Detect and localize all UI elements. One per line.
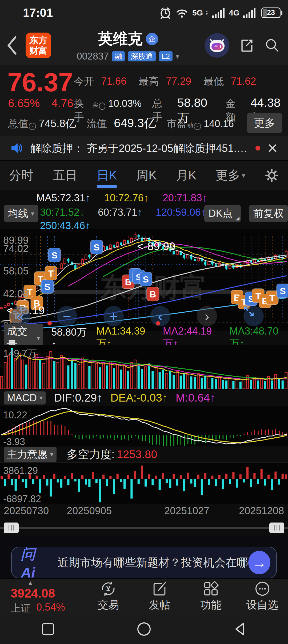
scrollbar-right-handle[interactable] [269,523,284,533]
back-icon[interactable] [6,35,18,56]
quote-row-1: 今开 71.66 最高 77.29 最低 71.62 [74,74,256,88]
svg-text:S: S [44,282,50,292]
nav-features[interactable]: 功能 [185,579,237,614]
zoom-out-button[interactable]: − [57,306,77,326]
svg-text:T: T [48,268,54,278]
features-grid-icon [203,580,219,597]
svg-text:<-89.99: <-89.99 [137,240,175,253]
date-label: 20250905 [67,505,112,517]
ai-zone: 问Ai 近期市场有哪些新题材？投资机会在哪？ → [0,536,288,578]
collapse-arrow-icon: ▲ [27,579,34,587]
svg-text:S: S [51,250,58,260]
back-triangle-icon [233,622,247,636]
tab-weekly-k[interactable]: 周K [136,164,157,186]
nav-trade[interactable]: ¥ 交易 [83,579,134,614]
android-recents-button[interactable] [0,614,96,644]
force-label: 多空力度: [67,447,115,462]
margin-tag: 融 [112,51,125,61]
l2-tag[interactable]: L2 [159,51,173,61]
chart-tabs: 分时 五日 日K 周K 月K 更多 ▾ [0,161,288,190]
price-change: 6.65% 4.76 [8,97,73,110]
svg-text:S: S [94,242,100,252]
volume-chart[interactable]: 149.7万 [0,345,288,390]
forward-adjust-button[interactable]: 前复权 [249,205,288,222]
ai-assistant-icon[interactable] [205,33,229,58]
ma60-value: 60:73.71↑ [98,207,142,218]
prev-button[interactable]: ‹ [150,306,170,326]
tab-5day[interactable]: 五日 [53,164,77,186]
tab-monthly-k[interactable]: 月K [176,164,197,186]
ask-ai-bar[interactable]: 问Ai 近期市场有哪些新题材？投资机会在哪？ → [11,547,277,578]
nav-watchlist[interactable]: 设自选 [237,579,288,614]
ai-submit-button[interactable]: → [248,551,270,574]
macd-chart[interactable]: 10.22-3.93 [0,406,288,446]
svg-text:¥: ¥ [106,584,111,593]
signal-bars-icon [212,7,225,19]
pe-ratio: 140.16 [204,118,234,129]
android-home-button[interactable] [96,614,192,644]
zoom-in-button[interactable]: + [103,306,124,326]
tab-daily-k[interactable]: 日K [97,164,117,186]
main-force-chart[interactable]: 3861.29-6897.82 [0,462,288,504]
settings-gear-icon[interactable] [265,168,279,183]
chevron-down-icon: ▾ [242,171,245,180]
x-axis-dates: 20250730 20250905 20251027 20251208 [0,504,288,519]
news-ticker[interactable]: 解除质押： 齐勇于2025-12-05解除质押451.5... [0,136,288,161]
main-force-selector-button[interactable]: 主力意愿 ▾ [4,447,57,462]
eastmoney-logo[interactable]: 东方 财富 [26,33,51,58]
status-bar: 17:01 5G ▲▼ 4G [0,0,288,25]
battery-icon: 23 [261,7,281,18]
signal-dot [156,321,160,325]
search-icon[interactable] [264,37,281,54]
bottom-nav: ▲ 3924.08 上证 0.54% ¥ 交易 发帖 [0,578,288,614]
macd-selector-button[interactable]: MACD ▾ [4,391,46,405]
data-arrows-icon: ▲▼ [205,10,209,15]
svg-text:T: T [269,293,275,303]
info-icon[interactable]: ⋯ [29,123,36,130]
unread-dot [255,146,260,151]
clock-text: 17:01 [23,6,53,19]
quote-panel: 76.37 6.65% 4.76 今开 71.66 最高 77.29 最低 71… [0,65,288,136]
next-button[interactable]: › [197,306,217,326]
fullscreen-button[interactable] [243,306,264,326]
android-back-button[interactable] [192,614,288,644]
more-button[interactable]: 更多 [247,113,282,133]
open-price: 71.66 [101,76,126,87]
news-text[interactable]: 解除质押： 齐勇于2025-12-05解除质押451.5... [30,141,249,156]
svg-text:42.08: 42.08 [3,288,29,299]
share-icon[interactable] [238,37,255,54]
ma10-value: 10:72.76↑ [104,192,149,204]
info-icon[interactable]: ⋯ [99,103,106,110]
recents-icon [42,623,54,635]
post-icon [151,580,168,597]
svg-text:-6897.82: -6897.82 [3,493,41,504]
ai-prompt-text: 近期市场有哪些新题材？投资机会在哪？ [58,555,248,570]
ma20-value: 20:71.83↑ [163,192,207,204]
info-icon[interactable]: ⋯ [194,123,201,130]
kline-chart[interactable]: 东方财富TBTBTSTSSBSSSBBTSTBTS<-89.99<-35.198… [0,229,288,331]
tab-more[interactable]: 更多 ▾ [216,164,245,186]
ma5-value: MA5:72.31↑ [36,192,90,204]
svg-text:-3.93: -3.93 [3,436,25,447]
home-icon [137,622,151,636]
scrollbar-track [0,527,288,529]
close-icon[interactable] [267,143,278,154]
nav-post[interactable]: 发帖 [134,579,186,614]
date-label: 20251208 [239,505,284,517]
ma-selector-button[interactable]: 均线 ▾ [4,205,38,222]
svg-text:S: S [280,286,286,296]
rewind-button[interactable]: « [10,306,30,326]
enterprise-badge[interactable]: 企 [146,33,158,45]
chart-scrollbar[interactable] [0,520,288,536]
android-nav-bar [0,614,288,644]
index-quote-item[interactable]: ▲ 3924.08 上证 0.54% [0,579,83,614]
stock-name: 英维克 [98,29,143,49]
signal-bars-icon-2 [243,7,256,19]
trade-icon: ¥ [100,580,117,597]
scrollbar-left-handle[interactable] [4,523,19,533]
chevron-down-icon[interactable]: ▾ [176,52,179,61]
dk-point-button[interactable]: DK点 ◢ [204,205,241,222]
tab-minute[interactable]: 分时 [9,164,34,186]
network-4g-label: 4G [229,9,239,17]
active-tab-underline [97,185,117,188]
